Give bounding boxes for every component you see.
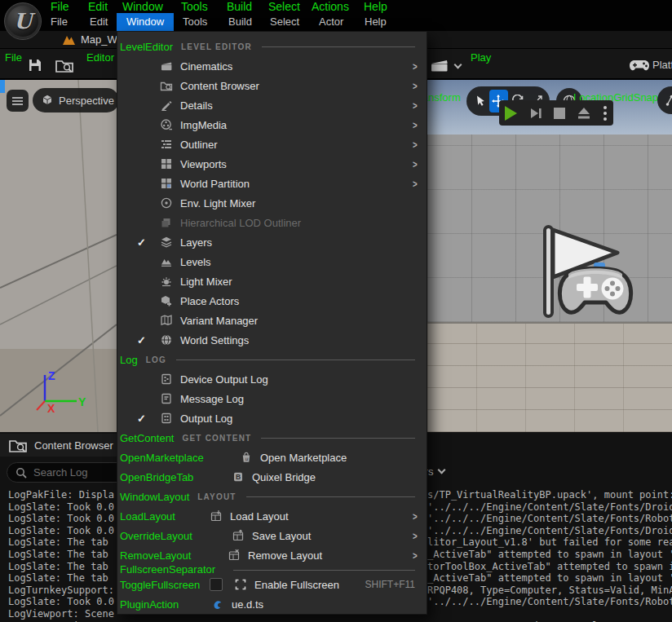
unreal-logo[interactable]: U	[4, 2, 42, 40]
search-icon	[15, 467, 27, 479]
sequencer-button[interactable]	[427, 55, 452, 75]
menu-item-content-browser[interactable]: Content Browser>	[117, 76, 427, 95]
fullscreen-checkbox[interactable]	[210, 578, 223, 591]
message-log-icon	[160, 392, 173, 405]
section-title: GET CONTENT	[183, 434, 252, 443]
section-divider	[261, 438, 415, 439]
save-icon	[27, 57, 43, 73]
menu-item-ue-d-ts[interactable]: PluginActionue.d.ts	[117, 594, 427, 614]
menu-build[interactable]: Build	[228, 13, 252, 31]
menu-item-world-settings[interactable]: ✓World Settings	[117, 330, 427, 350]
menu-item-open-marketplace[interactable]: OpenMarketplaceuOpen Marketplace	[117, 448, 427, 467]
skip-icon	[528, 106, 543, 121]
chevron-right-icon: >	[413, 510, 418, 523]
select-tool-button[interactable]	[470, 90, 489, 112]
debug-label: GetContent	[120, 432, 175, 444]
log-line: '../../../Engine/Content/Slate/Fonts/Dro…	[427, 525, 672, 536]
menu-item-label: World Settings	[180, 334, 249, 346]
menu-item-message-log[interactable]: Message Log	[117, 389, 427, 408]
menu-item-place-actors[interactable]: Place Actors	[117, 291, 427, 311]
menu-help[interactable]: Help	[365, 13, 387, 31]
debug-label: WindowLayout	[120, 491, 189, 503]
menu-item-env-light-mixer[interactable]: Env. Light Mixer	[117, 193, 427, 213]
map-modified-icon	[62, 33, 76, 46]
sequencer-icon	[429, 57, 450, 73]
details-icon	[160, 99, 173, 112]
menu-item-details[interactable]: Details>	[117, 95, 427, 115]
viewport-main[interactable]	[427, 80, 672, 432]
section-divider	[262, 46, 415, 47]
outliner-icon	[160, 138, 173, 151]
perspective-button[interactable]: Perspective	[33, 88, 119, 112]
svg-text:B: B	[236, 473, 241, 481]
menu-item-label: Variant Manager	[180, 315, 258, 327]
layers-icon	[160, 236, 173, 249]
debug-label: OverrideLayout	[120, 530, 192, 542]
menu-item-world-partition[interactable]: World Partition>	[117, 174, 427, 193]
menu-item-imgmedia[interactable]: ImgMedia>	[117, 115, 427, 135]
viewports-icon	[160, 157, 173, 170]
play-button[interactable]	[505, 106, 517, 121]
menu-item-device-output-log[interactable]: Device Output Log	[117, 369, 427, 389]
log-line: LogSlate: Took 0.0	[8, 501, 114, 513]
menu-window-active[interactable]: Window	[117, 13, 174, 31]
axis-x-label: X	[47, 402, 55, 415]
chevron-right-icon: >	[413, 99, 418, 112]
menu-item-output-log[interactable]: ✓Output Log	[117, 408, 427, 428]
menu-file[interactable]: File	[51, 13, 68, 31]
menu-item-label: Hierarchical LOD Outliner	[180, 217, 301, 229]
chevron-right-icon: >	[413, 60, 418, 73]
cinematics-icon	[160, 60, 173, 73]
menu-item-label: Content Browser	[180, 80, 259, 92]
menu-item-label: Remove Layout	[248, 549, 322, 562]
content-browser-tab[interactable]: Content Browser	[0, 434, 124, 457]
platforms-button[interactable]	[628, 57, 651, 73]
menu-item-enable-fullscreen[interactable]: ToggleFullscreenEnable FullscreenSHIFT+F…	[117, 575, 427, 594]
player-start-sprite[interactable]	[526, 220, 647, 324]
menu-item-save-layout[interactable]: OverrideLayoutSave Layout>	[117, 526, 427, 545]
chevron-right-icon: >	[413, 178, 418, 190]
menu-tools[interactable]: Tools	[183, 13, 207, 31]
menu-item-remove-layout[interactable]: RemoveLayoutRemove Layout>	[117, 545, 427, 565]
cube-icon	[41, 94, 54, 107]
viewport-menu-button[interactable]	[7, 90, 29, 112]
menu-item-label: ImgMedia	[180, 119, 227, 131]
log-line: LogSlate: Took 0.0	[8, 596, 114, 607]
menu-item-viewports[interactable]: Viewports>	[117, 154, 427, 174]
menu-item-load-layout[interactable]: LoadLayoutLoad Layout>	[117, 506, 427, 526]
chevron-right-icon: >	[413, 119, 418, 131]
menu-edit[interactable]: Edit	[90, 13, 108, 31]
sequencer-chevron-icon[interactable]	[454, 61, 462, 69]
menu-item-cinematics[interactable]: Cinematics>	[117, 56, 427, 76]
menu-item-levels[interactable]: Levels	[117, 252, 427, 271]
debug-label: ToggleFullscreen	[120, 579, 200, 591]
menu-item-quixel-bridge[interactable]: OpenBridgeTabBQuixel Bridge	[117, 467, 427, 487]
browse-content-button[interactable]	[52, 55, 77, 75]
menubar-debug-label-file: File	[51, 0, 69, 13]
menu-item-light-mixer[interactable]: Light Mixer	[117, 271, 427, 291]
menu-select[interactable]: Select	[270, 13, 299, 31]
frame-skip-button[interactable]	[528, 106, 543, 121]
menu-actor[interactable]: Actor	[319, 13, 343, 31]
menu-item-label: Save Layout	[252, 530, 311, 542]
menubar-debug-label-window: Window	[122, 0, 163, 13]
stop-button[interactable]	[554, 108, 565, 119]
section-divider	[176, 360, 415, 360]
menu-item-label: Outliner	[180, 139, 218, 151]
menu-item-layers[interactable]: ✓Layers	[117, 232, 427, 252]
content-browser-icon	[160, 79, 173, 92]
log-line: LogSlate: The tab	[8, 561, 114, 572]
log-line: LogSlate: The tab	[8, 572, 114, 584]
env-light-mixer-icon	[160, 196, 173, 210]
viewport-left[interactable]: Z Y X	[0, 80, 117, 432]
menu-section-layout: WindowLayoutLAYOUT	[117, 487, 427, 506]
play-options-button[interactable]	[603, 105, 608, 121]
eject-button[interactable]	[577, 107, 591, 120]
save-button[interactable]	[24, 55, 46, 75]
snap-icon	[665, 94, 672, 108]
menu-item-variant-manager[interactable]: Variant Manager	[117, 311, 427, 330]
hamburger-icon	[11, 96, 24, 106]
chevron-down-icon	[438, 466, 446, 474]
debug-label: FullscreenSeparator	[120, 563, 215, 576]
menu-item-outliner[interactable]: Outliner>	[117, 135, 427, 154]
